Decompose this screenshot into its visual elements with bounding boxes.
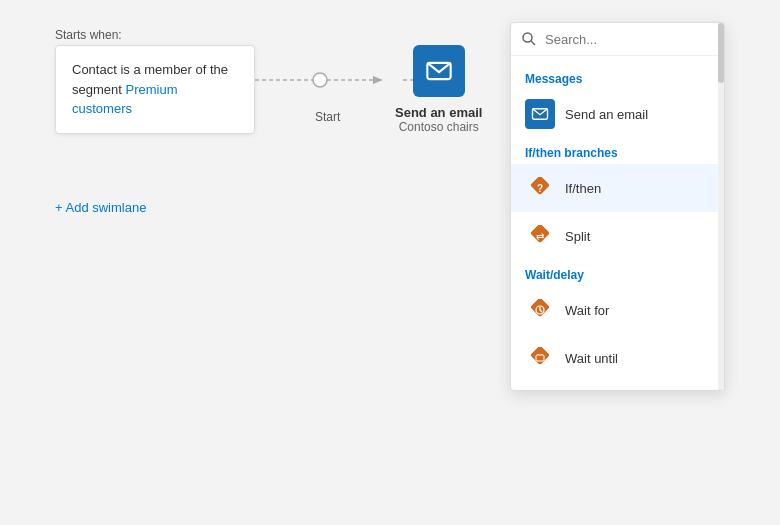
- panel-item-label-wait-for: Wait for: [565, 303, 609, 318]
- svg-point-7: [523, 33, 532, 42]
- panel-item-wait-for[interactable]: Wait for: [511, 286, 724, 334]
- split-icon: ⇄: [525, 221, 555, 251]
- action-dropdown-panel: Messages Send an emailIf/then branches ?…: [510, 22, 725, 391]
- panel-content: Messages Send an emailIf/then branches ?…: [511, 56, 724, 390]
- panel-item-if-then[interactable]: ? If/then: [511, 164, 724, 212]
- svg-line-8: [531, 41, 535, 45]
- panel-item-wait-until[interactable]: Wait until: [511, 334, 724, 382]
- add-swimlane-label: + Add swimlane: [55, 200, 146, 215]
- panel-item-label-if-then: If/then: [565, 181, 601, 196]
- email-icon: [525, 99, 555, 129]
- wait-until-icon: [525, 343, 555, 373]
- email-node[interactable]: [413, 45, 465, 97]
- add-swimlane-button[interactable]: + Add swimlane: [55, 200, 146, 215]
- search-box: [511, 23, 724, 56]
- wait-for-icon: [525, 295, 555, 325]
- if-then-icon: ?: [525, 173, 555, 203]
- email-node-sublabel: Contoso chairs: [399, 120, 479, 134]
- trigger-card: Contact is a member of the segment Premi…: [55, 45, 255, 134]
- panel-item-label-send-email: Send an email: [565, 107, 648, 122]
- email-node-wrapper[interactable]: Send an email Contoso chairs: [395, 45, 482, 134]
- section-header-wait-delay: Wait/delay: [511, 260, 724, 286]
- canvas: Starts when: Contact is a member of the …: [0, 0, 780, 525]
- email-node-label: Send an email: [395, 105, 482, 120]
- section-header-messages: Messages: [511, 64, 724, 90]
- panel-item-label-wait-until: Wait until: [565, 351, 618, 366]
- start-label: Start: [315, 110, 340, 124]
- starts-when-label: Starts when:: [55, 28, 122, 42]
- svg-marker-3: [373, 76, 383, 84]
- email-action-icon: [425, 57, 453, 85]
- svg-text:⇄: ⇄: [536, 231, 544, 242]
- section-header-if-then-branches: If/then branches: [511, 138, 724, 164]
- panel-item-send-email[interactable]: Send an email: [511, 90, 724, 138]
- panel-item-split[interactable]: ⇄ Split: [511, 212, 724, 260]
- scrollbar-thumb: [718, 23, 724, 83]
- svg-rect-18: [530, 347, 550, 365]
- svg-point-1: [313, 73, 327, 87]
- search-input[interactable]: [545, 32, 714, 47]
- svg-text:?: ?: [537, 183, 543, 194]
- panel-item-label-split: Split: [565, 229, 590, 244]
- search-icon: [521, 31, 537, 47]
- scrollbar-track: [718, 23, 724, 390]
